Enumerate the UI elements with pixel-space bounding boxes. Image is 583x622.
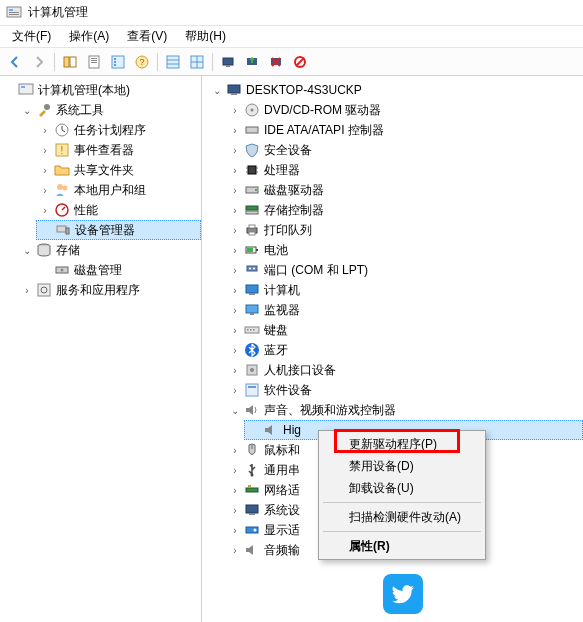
large-icons-button[interactable] (186, 51, 208, 73)
expander-open-icon[interactable]: ⌄ (228, 403, 242, 417)
ide-node[interactable]: ›IDE ATA/ATAPI 控制器 (226, 120, 583, 140)
expander-icon[interactable]: › (228, 203, 242, 217)
svg-rect-11 (114, 58, 116, 60)
keyboard-node[interactable]: ›键盘 (226, 320, 583, 340)
cpu-node[interactable]: ›处理器 (226, 160, 583, 180)
list-view-button[interactable] (107, 51, 129, 73)
expander-icon[interactable]: › (228, 263, 242, 277)
expander-icon[interactable]: › (228, 243, 242, 257)
services-apps-node[interactable]: ›服务和应用程序 (18, 280, 201, 300)
performance-node[interactable]: ›性能 (36, 200, 201, 220)
forward-button[interactable] (28, 51, 50, 73)
svg-rect-1 (9, 9, 13, 11)
storage-ctrl-node[interactable]: ›存储控制器 (226, 200, 583, 220)
disable-device-button[interactable] (289, 51, 311, 73)
print-queue-node[interactable]: ›打印队列 (226, 220, 583, 240)
battery-node[interactable]: ›电池 (226, 240, 583, 260)
expander-icon[interactable]: › (228, 383, 242, 397)
back-button[interactable] (4, 51, 26, 73)
window-title: 计算机管理 (28, 4, 88, 21)
dvd-label: DVD/CD-ROM 驱动器 (264, 102, 381, 119)
root-node[interactable]: ▸ 计算机管理(本地) (0, 80, 201, 100)
expander-icon[interactable]: › (228, 123, 242, 137)
management-tree[interactable]: ▸ 计算机管理(本地) ⌄ 系统工具 ›任务计划程序 ›!事件查看器 (0, 80, 201, 300)
monitors-node[interactable]: ›监视器 (226, 300, 583, 320)
expander-icon[interactable]: › (38, 163, 52, 177)
cpu-icon (244, 162, 260, 178)
menu-view[interactable]: 查看(V) (119, 26, 175, 47)
expander-icon[interactable]: › (228, 183, 242, 197)
software-device-node[interactable]: ›软件设备 (226, 380, 583, 400)
security-node[interactable]: ›安全设备 (226, 140, 583, 160)
detail-view-button[interactable] (162, 51, 184, 73)
left-panel: ▸ 计算机管理(本地) ⌄ 系统工具 ›任务计划程序 ›!事件查看器 (0, 76, 202, 622)
gpu-icon (244, 522, 260, 538)
expander-icon[interactable]: › (228, 303, 242, 317)
expander-icon[interactable]: › (228, 543, 242, 557)
expander-open-icon[interactable]: ⌄ (20, 243, 34, 257)
expander-icon[interactable]: › (20, 283, 34, 297)
local-users-node[interactable]: ›本地用户和组 (36, 180, 201, 200)
show-hide-tree-button[interactable] (59, 51, 81, 73)
device-manager-node[interactable]: ›设备管理器 (36, 220, 201, 240)
expander-icon[interactable]: › (228, 223, 242, 237)
expander-icon[interactable]: › (38, 123, 52, 137)
expander-icon[interactable]: › (228, 103, 242, 117)
cm-uninstall-device[interactable]: 卸载设备(U) (321, 477, 483, 499)
cm-properties[interactable]: 属性(R) (321, 535, 483, 557)
menu-help[interactable]: 帮助(H) (177, 26, 234, 47)
disk-drives-label: 磁盘驱动器 (264, 182, 324, 199)
system-tools-node[interactable]: ⌄ 系统工具 (18, 100, 201, 120)
menu-action[interactable]: 操作(A) (61, 26, 117, 47)
print-queue-label: 打印队列 (264, 222, 312, 239)
update-driver-button[interactable] (241, 51, 263, 73)
expander-icon[interactable]: › (228, 503, 242, 517)
help-button[interactable]: ? (131, 51, 153, 73)
svg-rect-3 (9, 14, 19, 15)
svg-rect-62 (256, 249, 258, 251)
svg-rect-9 (91, 62, 97, 63)
expander-open-icon[interactable]: ⌄ (20, 103, 34, 117)
disk-drives-node[interactable]: ›磁盘驱动器 (226, 180, 583, 200)
ports-node[interactable]: ›端口 (COM 和 LPT) (226, 260, 583, 280)
expander-icon[interactable]: › (228, 483, 242, 497)
task-scheduler-node[interactable]: ›任务计划程序 (36, 120, 201, 140)
expander-icon[interactable]: › (228, 363, 242, 377)
menu-file[interactable]: 文件(F) (4, 26, 59, 47)
expander-icon[interactable]: › (228, 283, 242, 297)
shared-folders-node[interactable]: ›共享文件夹 (36, 160, 201, 180)
root-label: 计算机管理(本地) (38, 82, 130, 99)
cm-update-driver[interactable]: 更新驱动程序(P) (321, 433, 483, 455)
event-viewer-node[interactable]: ›!事件查看器 (36, 140, 201, 160)
expander-icon[interactable]: › (228, 163, 242, 177)
computer-cat-label: 计算机 (264, 282, 300, 299)
svg-point-81 (251, 474, 254, 477)
sound-video-game-node[interactable]: ⌄声音、视频和游戏控制器 (226, 400, 583, 420)
uninstall-device-button[interactable] (265, 51, 287, 73)
watermark: 白云一键重装系统 www.baiyunxitong.com (383, 574, 575, 614)
bluetooth-node[interactable]: ›蓝牙 (226, 340, 583, 360)
svg-rect-28 (19, 84, 33, 94)
disk-mgmt-node[interactable]: ›磁盘管理 (36, 260, 201, 280)
cm-scan-hardware[interactable]: 扫描检测硬件改动(A) (321, 506, 483, 528)
expander-icon[interactable]: › (228, 343, 242, 357)
storage-node[interactable]: ⌄存储 (18, 240, 201, 260)
separator (157, 53, 158, 71)
expander-icon[interactable]: › (228, 443, 242, 457)
properties-button[interactable] (83, 51, 105, 73)
scan-hardware-button[interactable] (217, 51, 239, 73)
expander-icon[interactable]: › (38, 183, 52, 197)
expander-icon[interactable]: › (38, 143, 52, 157)
cm-disable-device[interactable]: 禁用设备(D) (321, 455, 483, 477)
expander-icon[interactable]: › (228, 323, 242, 337)
expander-icon[interactable]: › (228, 143, 242, 157)
expander-icon[interactable]: › (228, 523, 242, 537)
expander-icon[interactable]: › (228, 463, 242, 477)
expander-open-icon[interactable]: ⌄ (210, 83, 224, 97)
computer-cat-node[interactable]: ›计算机 (226, 280, 583, 300)
hid-node[interactable]: ›人机接口设备 (226, 360, 583, 380)
svg-rect-29 (21, 86, 25, 88)
host-node[interactable]: ⌄DESKTOP-4S3UCKP (208, 80, 583, 100)
expander-icon[interactable]: › (38, 203, 52, 217)
dvd-node[interactable]: ›DVD/CD-ROM 驱动器 (226, 100, 583, 120)
